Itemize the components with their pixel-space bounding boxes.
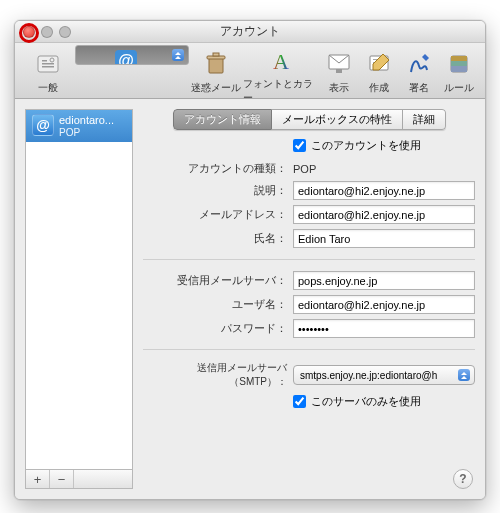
enable-account-label: このアカウントを使用 — [311, 138, 421, 153]
sidebar-spacer — [74, 470, 132, 488]
svg-rect-12 — [336, 69, 342, 73]
enable-account-checkbox[interactable] — [293, 139, 306, 152]
toolbar-general[interactable]: 一般 — [21, 45, 75, 98]
fonts-icon: A — [265, 48, 297, 76]
window-title: アカウント — [220, 23, 280, 40]
svg-rect-7 — [209, 58, 223, 73]
only-server-checkbox[interactable] — [293, 395, 306, 408]
svg-rect-19 — [451, 66, 467, 72]
rules-icon — [443, 48, 475, 80]
incoming-label: 受信用メールサーバ： — [143, 273, 287, 288]
desc-label: 説明： — [143, 183, 287, 198]
svg-rect-17 — [451, 56, 467, 61]
traffic-lights — [23, 26, 71, 38]
svg-rect-2 — [42, 63, 54, 65]
tabs: アカウント情報 メールボックスの特性 詳細 — [143, 109, 475, 130]
email-label: メールアドレス： — [143, 207, 287, 222]
email-input[interactable] — [293, 205, 475, 224]
accounts-icon: @ — [110, 46, 142, 65]
name-input[interactable] — [293, 229, 475, 248]
viewing-icon — [323, 48, 355, 80]
toolbar-viewing[interactable]: 表示 — [319, 45, 359, 98]
at-icon: @ — [32, 114, 54, 136]
toolbar-composing[interactable]: 作成 — [359, 45, 399, 98]
pass-label: パスワード： — [143, 321, 287, 336]
account-name: ediontaro... — [59, 114, 114, 127]
signature-icon — [403, 48, 435, 80]
tab-detail[interactable]: 詳細 — [403, 109, 446, 130]
smtp-label: 送信用メールサーバ（SMTP）： — [143, 361, 287, 389]
minimize-button[interactable] — [41, 26, 53, 38]
toolbar-fonts[interactable]: A フォントとカラー — [243, 45, 319, 98]
close-button[interactable] — [23, 26, 35, 38]
name-label: 氏名： — [143, 231, 287, 246]
junk-icon — [200, 48, 232, 80]
toolbar-signature[interactable]: 署名 — [399, 45, 439, 98]
content: @ ediontaro... POP + − アカウント情報 メールボックスの特… — [15, 99, 485, 499]
remove-account-button[interactable]: − — [50, 470, 74, 488]
type-value: POP — [293, 163, 316, 175]
toolbar-accounts[interactable]: @ アカウント — [75, 45, 189, 65]
accounts-list[interactable]: @ ediontaro... POP — [25, 109, 133, 469]
preferences-window: アカウント 一般 @ アカウント 迷惑メール A フォントとカラー — [14, 20, 486, 500]
separator — [143, 259, 475, 260]
help-button[interactable]: ? — [453, 469, 473, 489]
svg-rect-9 — [213, 53, 219, 56]
type-label: アカウントの種類： — [143, 161, 287, 176]
pass-input[interactable] — [293, 319, 475, 338]
separator — [143, 349, 475, 350]
settings-pane: アカウント情報 メールボックスの特性 詳細 このアカウントを使用 アカウントの種… — [143, 109, 475, 489]
account-type: POP — [59, 127, 114, 139]
accounts-sidebar: @ ediontaro... POP + − — [25, 109, 133, 489]
svg-rect-1 — [42, 60, 47, 62]
user-label: ユーザ名： — [143, 297, 287, 312]
user-input[interactable] — [293, 295, 475, 314]
add-account-button[interactable]: + — [26, 470, 50, 488]
svg-rect-18 — [451, 61, 467, 66]
toolbar-rules[interactable]: ルール — [439, 45, 479, 98]
only-server-label: このサーバのみを使用 — [311, 394, 421, 409]
toolbar: 一般 @ アカウント 迷惑メール A フォントとカラー 表示 — [15, 43, 485, 99]
tab-account-info[interactable]: アカウント情報 — [173, 109, 272, 130]
account-form: このアカウントを使用 アカウントの種類： POP 説明： メールアドレス： 氏名… — [143, 138, 475, 412]
zoom-button[interactable] — [59, 26, 71, 38]
titlebar: アカウント — [15, 21, 485, 43]
tab-mailbox[interactable]: メールボックスの特性 — [272, 109, 403, 130]
svg-rect-3 — [42, 66, 54, 68]
desc-input[interactable] — [293, 181, 475, 200]
sidebar-footer: + − — [25, 469, 133, 489]
svg-text:@: @ — [118, 52, 134, 65]
incoming-input[interactable] — [293, 271, 475, 290]
account-item[interactable]: @ ediontaro... POP — [26, 110, 132, 142]
svg-text:A: A — [273, 49, 289, 74]
smtp-select[interactable]: smtps.enjoy.ne.jp:ediontaro@h — [293, 365, 475, 385]
composing-icon — [363, 48, 395, 80]
toolbar-junk[interactable]: 迷惑メール — [189, 45, 243, 98]
general-icon — [32, 48, 64, 80]
